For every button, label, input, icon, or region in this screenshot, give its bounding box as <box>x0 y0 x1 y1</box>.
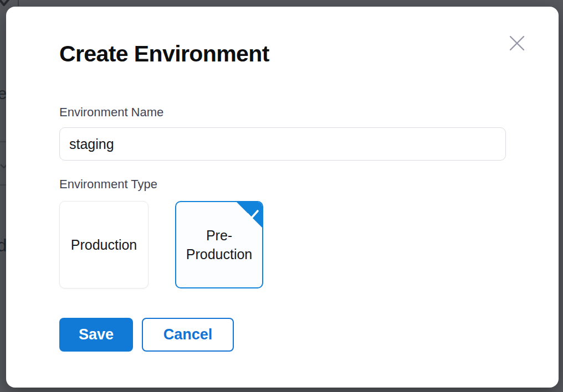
environment-type-options: Production Pre-Production <box>59 201 263 288</box>
type-option-label: Pre-Production <box>176 226 262 264</box>
type-option-label: Production <box>63 235 145 254</box>
type-option-production[interactable]: Production <box>59 201 149 288</box>
environment-name-input[interactable] <box>59 127 506 161</box>
check-icon <box>246 205 259 224</box>
background-chevron-icon <box>0 0 12 8</box>
dimmed-backdrop: e d Create Environment Environment Name … <box>0 0 563 392</box>
environment-type-label: Environment Type <box>59 177 157 192</box>
environment-name-label: Environment Name <box>59 105 163 120</box>
type-option-pre-production[interactable]: Pre-Production <box>175 201 263 288</box>
save-button[interactable]: Save <box>59 318 133 352</box>
close-icon <box>508 34 526 54</box>
close-button[interactable] <box>507 34 527 54</box>
dialog-actions: Save Cancel <box>59 318 234 352</box>
cancel-button[interactable]: Cancel <box>142 318 234 352</box>
background-divider <box>18 0 19 6</box>
create-environment-dialog: Create Environment Environment Name Envi… <box>6 7 559 388</box>
dialog-title: Create Environment <box>59 41 269 67</box>
